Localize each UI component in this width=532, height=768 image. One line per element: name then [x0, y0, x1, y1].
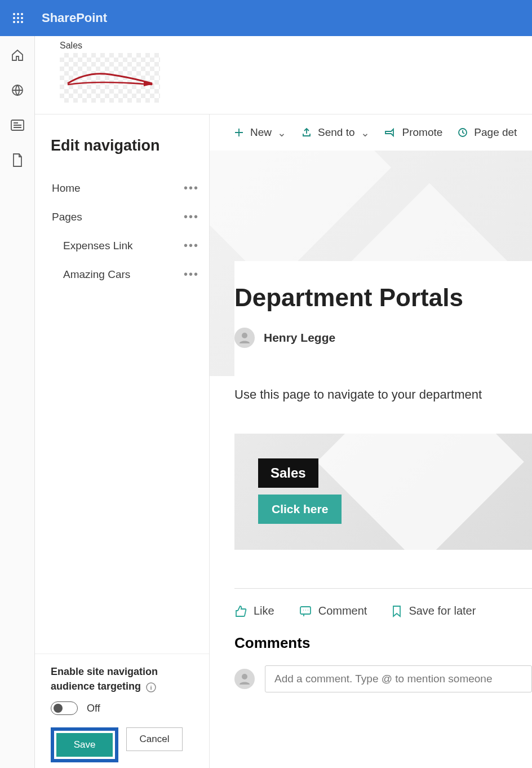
page-description: Use this page to navigate to your depart… — [234, 387, 532, 402]
send-to-button[interactable]: Send to ⌄ — [301, 126, 370, 139]
audience-targeting-label: Enable site navigation audience targetin… — [51, 664, 209, 694]
author-row: Henry Legge — [234, 328, 532, 348]
audience-targeting-toggle[interactable] — [51, 701, 78, 715]
svg-point-7 — [17, 21, 19, 23]
svg-point-6 — [13, 21, 15, 23]
svg-point-1 — [17, 13, 19, 15]
svg-point-3 — [13, 17, 15, 19]
cmd-label: Page det — [474, 126, 517, 139]
action-label: Comment — [318, 604, 367, 617]
nav-item-label: Home — [52, 182, 81, 195]
nav-item-label: Expenses Link — [63, 240, 133, 252]
cmd-label: New — [250, 126, 272, 139]
cmd-label: Promote — [402, 126, 443, 139]
save-highlight-box: Save — [51, 727, 118, 762]
nav-item-home[interactable]: Home ••• — [51, 174, 209, 202]
home-icon[interactable] — [10, 47, 25, 63]
page-content: Department Portals Henry Legge Use this … — [234, 261, 532, 692]
page-canvas: New ⌄ Send to ⌄ Promote Page det — [210, 114, 532, 768]
app-launcher-icon[interactable] — [8, 8, 28, 28]
cancel-button[interactable]: Cancel — [126, 727, 183, 751]
svg-point-16 — [242, 674, 247, 679]
avatar — [234, 669, 255, 689]
page-actions: Like Comment Save for later — [234, 589, 532, 628]
svg-point-4 — [17, 17, 19, 19]
comment-button[interactable]: Comment — [299, 604, 367, 617]
site-label: Sales — [60, 41, 507, 51]
nav-item-pages[interactable]: Pages ••• — [51, 202, 209, 231]
save-for-later-button[interactable]: Save for later — [392, 604, 476, 617]
promote-button[interactable]: Promote — [384, 126, 443, 139]
svg-point-14 — [242, 333, 247, 338]
hero-tile-title: Sales — [258, 458, 318, 488]
more-icon[interactable]: ••• — [184, 268, 199, 281]
suite-header: SharePoint — [0, 0, 532, 36]
nav-item-label: Pages — [52, 211, 82, 223]
more-icon[interactable]: ••• — [184, 182, 199, 195]
svg-point-5 — [21, 17, 23, 19]
page-title: Department Portals — [234, 284, 532, 312]
save-button[interactable]: Save — [56, 733, 113, 757]
info-icon[interactable]: i — [146, 682, 156, 692]
new-button[interactable]: New ⌄ — [233, 126, 286, 139]
chevron-down-icon: ⌄ — [277, 126, 286, 139]
nav-item-amazing-cars[interactable]: Amazing Cars ••• — [51, 260, 209, 289]
chevron-down-icon: ⌄ — [361, 126, 370, 139]
more-icon[interactable]: ••• — [184, 239, 199, 252]
nav-item-label: Amazing Cars — [63, 268, 130, 281]
like-button[interactable]: Like — [234, 604, 274, 617]
site-header: Sales — [35, 36, 532, 114]
nav-item-expenses-link[interactable]: Expenses Link ••• — [51, 231, 209, 260]
svg-text:i: i — [150, 684, 152, 691]
svg-point-2 — [21, 13, 23, 15]
toggle-state-label: Off — [87, 703, 100, 714]
file-icon[interactable] — [10, 152, 25, 168]
site-logo[interactable] — [60, 53, 160, 103]
comment-input[interactable] — [265, 665, 532, 692]
nav-panel-title: Edit navigation — [51, 137, 209, 155]
more-icon[interactable]: ••• — [184, 210, 199, 223]
action-label: Save for later — [409, 604, 476, 617]
globe-icon[interactable] — [10, 82, 25, 98]
page-details-button[interactable]: Page det — [457, 126, 517, 139]
comments-heading: Comments — [234, 634, 532, 652]
svg-point-0 — [13, 13, 15, 15]
hero-webpart[interactable]: Sales Click here — [234, 434, 532, 550]
news-icon[interactable] — [10, 117, 25, 133]
edit-navigation-panel: Edit navigation Home ••• Pages ••• Expen… — [35, 114, 210, 768]
comment-composer — [234, 665, 532, 692]
command-bar: New ⌄ Send to ⌄ Promote Page det — [210, 114, 532, 151]
app-name: SharePoint — [42, 11, 107, 25]
hero-cta-button[interactable]: Click here — [258, 495, 342, 524]
author-name: Henry Legge — [264, 331, 335, 345]
nav-panel-footer: Enable site navigation audience targetin… — [35, 654, 209, 768]
avatar[interactable] — [234, 328, 255, 348]
left-rail — [0, 36, 35, 768]
cmd-label: Send to — [318, 126, 355, 139]
action-label: Like — [254, 604, 274, 617]
svg-point-8 — [21, 21, 23, 23]
